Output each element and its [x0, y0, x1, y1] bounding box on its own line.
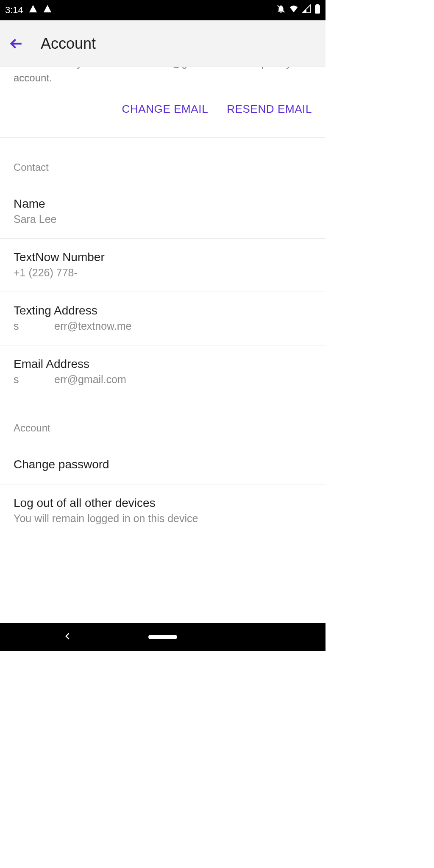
texting-address-row[interactable]: Texting Address serr@textnow.me	[0, 292, 326, 345]
dnd-icon	[276, 4, 286, 16]
nav-back-button[interactable]	[64, 632, 72, 642]
chevron-left-icon	[64, 632, 72, 640]
nav-home-pill[interactable]	[148, 635, 177, 639]
logout-other-devices-row[interactable]: Log out of all other devices You will re…	[0, 484, 326, 537]
logout-subtitle: You will remain logged in on this device	[14, 512, 312, 525]
textnow-number-value: +1 (226) 778-	[14, 267, 312, 279]
verify-banner: Please check your email santamen@gmail.c…	[0, 67, 326, 137]
back-button[interactable]	[6, 33, 26, 54]
change-email-button[interactable]: CHANGE EMAIL	[122, 103, 209, 116]
resend-email-button[interactable]: RESEND EMAIL	[227, 103, 312, 116]
textnow-number-label: TextNow Number	[14, 250, 312, 264]
warning-icon	[28, 4, 38, 16]
change-password-label: Change password	[14, 458, 312, 471]
verify-message: Please check your email santamen@gmail.c…	[14, 67, 312, 86]
svg-rect-2	[316, 4, 319, 6]
name-row[interactable]: Name Sara Lee	[0, 185, 326, 239]
section-header-contact: Contact	[0, 138, 326, 185]
texting-address-label: Texting Address	[14, 304, 312, 317]
status-bar: 3:14	[0, 0, 326, 20]
logout-title: Log out of all other devices	[14, 496, 312, 510]
section-header-account: Account	[0, 398, 326, 446]
email-address-row[interactable]: Email Address serr@gmail.com	[0, 345, 326, 398]
warning-icon	[43, 4, 52, 16]
system-nav-bar	[0, 623, 326, 651]
wifi-icon	[289, 4, 298, 16]
battery-icon	[314, 4, 320, 16]
name-label: Name	[14, 197, 312, 211]
cell-signal-icon	[302, 4, 311, 16]
status-time: 3:14	[5, 5, 23, 16]
change-password-row[interactable]: Change password	[0, 446, 326, 484]
name-value: Sara Lee	[14, 213, 312, 225]
email-address-value: serr@gmail.com	[14, 373, 312, 386]
textnow-number-row[interactable]: TextNow Number +1 (226) 778-	[0, 239, 326, 292]
email-address-label: Email Address	[14, 357, 312, 371]
content-scroll[interactable]: Please check your email santamen@gmail.c…	[0, 67, 326, 623]
arrow-left-icon	[9, 36, 23, 51]
app-bar: Account	[0, 20, 326, 67]
texting-address-value: serr@textnow.me	[14, 320, 312, 332]
svg-rect-1	[315, 5, 320, 14]
page-title: Account	[41, 35, 96, 53]
